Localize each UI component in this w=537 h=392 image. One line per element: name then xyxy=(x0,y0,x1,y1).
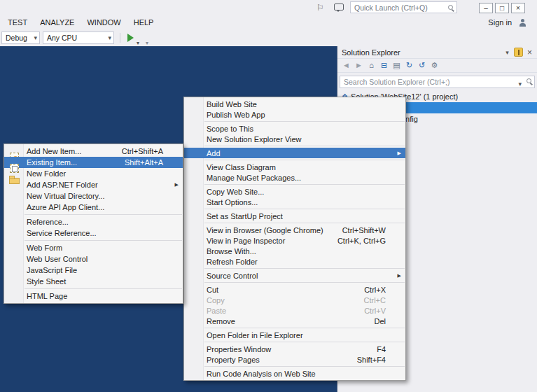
menu-separator xyxy=(25,240,182,241)
toolbar-separator xyxy=(120,33,120,43)
menu-item[interactable]: Run Code Analysis on Web Site xyxy=(184,368,405,379)
menu-separator xyxy=(25,288,182,289)
menu-item[interactable]: View Class Diagram xyxy=(184,162,405,172)
menu-separator xyxy=(204,328,405,328)
submenu-arrow-icon xyxy=(398,148,401,158)
window-position-icon[interactable] xyxy=(502,48,512,57)
menu-separator xyxy=(204,223,405,223)
minimize-button[interactable]: – xyxy=(479,3,493,13)
sync-with-active-document-icon[interactable]: ↺ xyxy=(416,59,428,71)
back-icon[interactable]: ◄ xyxy=(340,59,352,71)
search-icon xyxy=(526,78,531,83)
menu-item[interactable]: Property Pages Shift+F4 xyxy=(184,354,405,365)
menubar-item[interactable]: TEST xyxy=(1,15,34,29)
menu-item[interactable]: Azure API App Client... xyxy=(4,202,183,213)
flag-icon[interactable]: ⚐ xyxy=(316,2,324,13)
menu-bar: TESTANALYZEWINDOWHELP Sign in xyxy=(0,15,537,29)
menu-item[interactable]: New Folder xyxy=(4,168,183,179)
panel-title: Solution Explorer xyxy=(342,48,502,57)
add-submenu: Add New Item... Ctrl+Shift+A Existing It… xyxy=(4,144,183,304)
menu-item-existing-item[interactable]: Existing Item... Shift+Alt+A xyxy=(4,157,183,168)
context-menu: Build Web Site Publish Web App Scope to … xyxy=(183,97,406,381)
menu-item[interactable]: Browse With... xyxy=(184,246,405,256)
menu-item[interactable]: Copy Ctrl+C xyxy=(184,295,405,305)
run-icon[interactable] xyxy=(127,34,134,42)
feedback-icon[interactable] xyxy=(334,4,344,10)
menu-item[interactable]: Cut Ctrl+X xyxy=(184,284,405,295)
menu-item[interactable]: New Virtual Directory... xyxy=(4,190,183,202)
menu-item[interactable]: Copy Web Site... xyxy=(184,186,405,197)
menu-item[interactable]: Scope to This xyxy=(184,123,405,134)
solution-explorer-toolbar: ◄►⌂⊟▤↻↺⚙ xyxy=(337,58,537,73)
menu-separator xyxy=(204,184,405,185)
menu-separator xyxy=(204,342,405,342)
window-titlebar: ⚐ – □ × xyxy=(0,0,537,15)
combobox-value: Any CPU xyxy=(47,32,77,43)
show-all-files-icon[interactable]: ▤ xyxy=(391,59,403,71)
restore-button[interactable]: □ xyxy=(495,3,509,13)
menu-separator xyxy=(204,160,405,160)
menu-item[interactable]: View in Browser (Google Chrome) Ctrl+Shi… xyxy=(184,225,405,235)
toolbar-overflow-icon[interactable] xyxy=(146,35,148,48)
solution-platform-combobox[interactable]: Any CPU xyxy=(43,31,114,44)
menu-item[interactable]: Web User Control xyxy=(4,253,183,265)
properties-icon[interactable]: ⚙ xyxy=(428,59,440,71)
menu-separator xyxy=(204,282,405,283)
close-button[interactable]: × xyxy=(511,3,525,13)
menu-separator xyxy=(25,214,182,215)
collapse-all-icon[interactable]: ⊟ xyxy=(378,59,390,71)
menu-item-add[interactable]: Add xyxy=(184,148,405,158)
menu-item[interactable]: Open Folder in File Explorer xyxy=(184,330,405,340)
pin-icon[interactable] xyxy=(514,48,523,57)
menu-item[interactable]: Set as StartUp Project xyxy=(184,211,405,221)
menu-separator xyxy=(204,268,405,269)
menu-items: TESTANALYZEWINDOWHELP xyxy=(0,15,537,29)
person-icon[interactable] xyxy=(518,18,527,27)
menu-item[interactable]: Add ASP.NET Folder xyxy=(4,179,183,190)
menu-item[interactable]: Paste Ctrl+V xyxy=(184,305,405,316)
combobox-value: Debug xyxy=(6,32,27,43)
forward-icon[interactable]: ► xyxy=(353,59,365,71)
sign-in-button[interactable]: Sign in xyxy=(488,15,512,29)
search-icon xyxy=(448,5,453,10)
chevron-down-icon[interactable] xyxy=(137,35,139,48)
quick-launch-box xyxy=(350,1,457,13)
chevron-down-icon[interactable] xyxy=(518,76,522,89)
refresh-icon[interactable]: ↻ xyxy=(403,59,415,71)
solution-configuration-combobox[interactable]: Debug xyxy=(1,31,40,44)
menu-item[interactable]: HTML Page xyxy=(4,290,183,302)
menu-item[interactable]: Build Web Site xyxy=(184,99,405,109)
menu-separator xyxy=(204,146,405,146)
menu-item[interactable]: Start Options... xyxy=(184,197,405,207)
menu-item[interactable]: Properties Window F4 xyxy=(184,344,405,354)
menubar-item[interactable]: ANALYZE xyxy=(34,15,81,29)
home-icon[interactable]: ⌂ xyxy=(365,59,377,71)
submenu-arrow-icon xyxy=(175,179,179,190)
menu-item[interactable]: Service Reference... xyxy=(4,227,183,239)
menu-item[interactable]: New Solution Explorer View xyxy=(184,134,405,144)
standard-toolbar: Debug Any CPU xyxy=(0,29,537,46)
menu-item[interactable]: Style Sheet xyxy=(4,276,183,287)
menubar-item[interactable]: WINDOW xyxy=(81,15,127,29)
solution-explorer-titlebar: Solution Explorer xyxy=(337,46,537,58)
quick-launch-input[interactable] xyxy=(351,2,456,13)
menu-separator xyxy=(204,121,405,122)
menu-item[interactable]: Web Form xyxy=(4,242,183,253)
menu-item[interactable]: Reference... xyxy=(4,216,183,227)
window-controls: – □ × xyxy=(479,3,525,13)
menu-item[interactable]: Refresh Folder xyxy=(184,256,405,267)
menubar-item[interactable]: HELP xyxy=(127,15,160,29)
menu-item[interactable]: JavaScript File xyxy=(4,265,183,276)
menu-item[interactable]: Add New Item... Ctrl+Shift+A xyxy=(4,146,183,157)
menu-separator xyxy=(204,209,405,209)
menu-item[interactable]: View in Page Inspector Ctrl+K, Ctrl+G xyxy=(184,235,405,246)
menu-item[interactable]: Remove Del xyxy=(184,316,405,326)
solution-explorer-search xyxy=(337,73,537,90)
menu-item[interactable]: Manage NuGet Packages... xyxy=(184,172,405,183)
submenu-arrow-icon xyxy=(398,270,401,281)
menu-item[interactable]: Publish Web App xyxy=(184,109,405,120)
search-input[interactable] xyxy=(340,76,535,88)
close-icon[interactable] xyxy=(524,48,535,57)
menu-separator xyxy=(204,366,405,367)
menu-item[interactable]: Source Control xyxy=(184,270,405,281)
